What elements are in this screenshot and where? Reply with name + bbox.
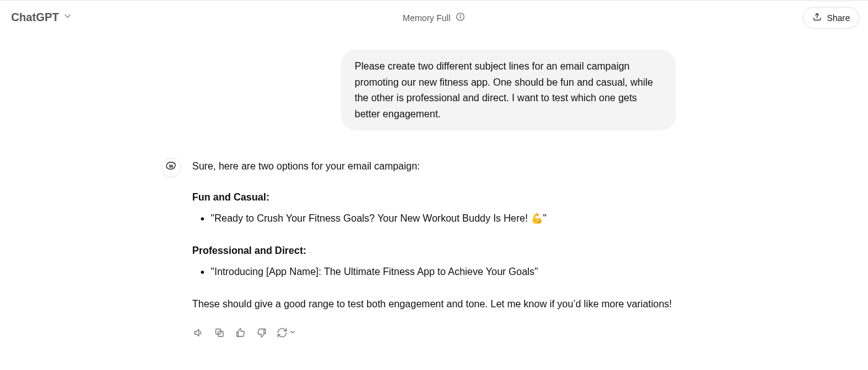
chevron-down-icon bbox=[289, 324, 296, 341]
thumbs-down-button[interactable] bbox=[255, 327, 268, 339]
user-message-bubble: Please create two different subject line… bbox=[341, 50, 676, 130]
assistant-closing: These should give a good range to test b… bbox=[192, 296, 676, 313]
model-switcher[interactable]: ChatGPT bbox=[5, 7, 79, 28]
assistant-body: Sure, here are two options for your emai… bbox=[192, 158, 676, 341]
user-message-text: Please create two different subject line… bbox=[355, 61, 653, 119]
list-item: "Introducing [App Name]: The Ultimate Fi… bbox=[211, 262, 676, 282]
assistant-avatar bbox=[161, 158, 181, 178]
read-aloud-button[interactable] bbox=[192, 327, 205, 339]
section-heading-pro: Professional and Direct: bbox=[192, 242, 676, 259]
chat-area: Please create two different subject line… bbox=[192, 35, 676, 341]
model-label: ChatGPT bbox=[11, 11, 59, 24]
regenerate-button[interactable] bbox=[277, 324, 296, 341]
info-icon bbox=[456, 12, 466, 24]
memory-status-text: Memory Full bbox=[402, 13, 450, 23]
openai-logo-icon bbox=[166, 161, 177, 174]
list-item: "Ready to Crush Your Fitness Goals? Your… bbox=[211, 209, 676, 228]
assistant-message: Sure, here are two options for your emai… bbox=[192, 158, 676, 341]
list-fun: "Ready to Crush Your Fitness Goals? Your… bbox=[192, 209, 676, 228]
chevron-down-icon bbox=[63, 11, 73, 24]
top-bar: ChatGPT Memory Full Share bbox=[0, 0, 868, 35]
list-pro: "Introducing [App Name]: The Ultimate Fi… bbox=[192, 262, 676, 282]
upload-icon bbox=[812, 12, 822, 24]
assistant-intro: Sure, here are two options for your emai… bbox=[192, 158, 676, 175]
memory-status[interactable]: Memory Full bbox=[402, 12, 465, 24]
share-label: Share bbox=[827, 13, 850, 23]
thumbs-up-button[interactable] bbox=[234, 327, 247, 339]
section-heading-fun: Fun and Casual: bbox=[192, 189, 676, 206]
copy-button[interactable] bbox=[213, 327, 226, 339]
message-actions bbox=[192, 324, 676, 341]
share-button[interactable]: Share bbox=[803, 7, 859, 29]
svg-point-2 bbox=[460, 15, 461, 16]
